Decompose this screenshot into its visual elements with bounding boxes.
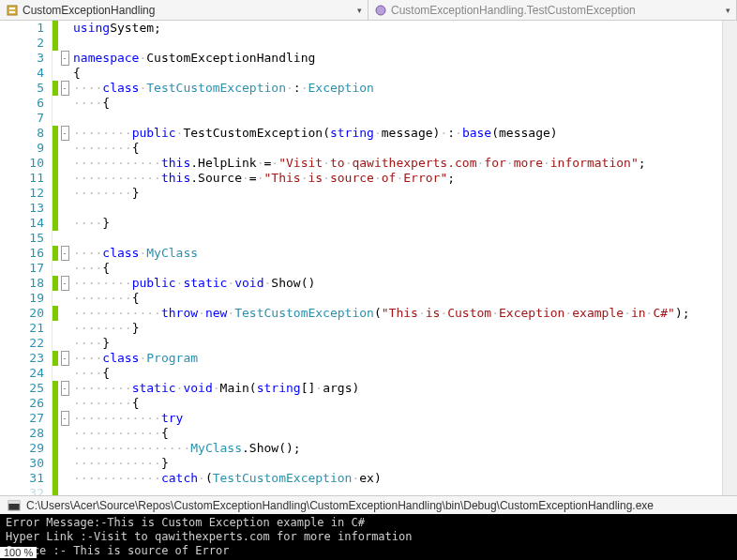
output-panel: C:\Users\Acer\Source\Repos\CustomExcepti… xyxy=(0,495,737,560)
code-line[interactable] xyxy=(73,111,722,126)
chevron-down-icon: ▾ xyxy=(726,6,730,15)
scope-selector-member[interactable]: CustomExceptionHandling.TestCustomExcept… xyxy=(368,0,737,20)
line-number: 22 xyxy=(0,336,44,351)
line-number: 24 xyxy=(0,366,44,381)
scope-member-label: CustomExceptionHandling.TestCustomExcept… xyxy=(391,4,636,17)
line-number: 17 xyxy=(0,261,44,276)
svg-rect-0 xyxy=(8,6,17,15)
zoom-level[interactable]: 100 % xyxy=(0,547,37,558)
console-output[interactable]: Error Message:-This is Custom Exception … xyxy=(0,514,737,560)
code-line[interactable]: ····{ xyxy=(73,96,722,111)
fold-toggle[interactable]: - xyxy=(61,351,69,366)
navigation-bar: CustomExceptionHandling ▾ CustomExceptio… xyxy=(0,0,737,21)
fold-toggle[interactable]: - xyxy=(61,51,69,66)
code-line[interactable]: ············} xyxy=(73,456,722,471)
line-number: 3 xyxy=(0,51,44,66)
svg-point-3 xyxy=(376,6,385,15)
code-line[interactable]: { xyxy=(73,66,722,81)
code-line[interactable]: ············catch·(TestCustomException·e… xyxy=(73,471,722,486)
code-line[interactable]: ····class·TestCustomException·:·Exceptio… xyxy=(73,81,722,96)
code-line[interactable]: ············this.Source·=·"This·is·sourc… xyxy=(73,171,722,186)
code-line[interactable]: namespace·CustomExceptionHandling xyxy=(73,51,722,66)
code-line[interactable]: ········{ xyxy=(73,291,722,306)
code-line[interactable] xyxy=(73,201,722,216)
line-number: 26 xyxy=(0,396,44,411)
line-number: 14 xyxy=(0,216,44,231)
line-number: 15 xyxy=(0,231,44,246)
code-line[interactable]: ········public·TestCustomException(strin… xyxy=(73,126,722,141)
scope-selector-type[interactable]: CustomExceptionHandling ▾ xyxy=(0,0,368,20)
code-line[interactable] xyxy=(73,231,722,246)
code-editor[interactable]: 1234567891011121314151617181920212223242… xyxy=(0,21,737,495)
line-number: 23 xyxy=(0,351,44,366)
svg-rect-2 xyxy=(9,11,15,13)
line-number: 20 xyxy=(0,306,44,321)
line-number: 25 xyxy=(0,381,44,396)
console-title-bar[interactable]: C:\Users\Acer\Source\Repos\CustomExcepti… xyxy=(0,495,737,514)
svg-rect-1 xyxy=(9,8,15,9)
line-number: 18 xyxy=(0,276,44,291)
line-number: 28 xyxy=(0,426,44,441)
code-line[interactable]: ····class·Program xyxy=(73,351,722,366)
code-line[interactable]: usingSystem; xyxy=(73,21,722,36)
vertical-scrollbar[interactable] xyxy=(722,21,737,495)
fold-toggle[interactable]: - xyxy=(61,381,69,396)
line-number: 6 xyxy=(0,96,44,111)
line-number: 31 xyxy=(0,471,44,486)
code-line[interactable]: ········} xyxy=(73,321,722,336)
line-number: 16 xyxy=(0,246,44,261)
fold-column[interactable]: -------- xyxy=(58,21,71,495)
code-line[interactable]: ········public·static·void·Show() xyxy=(73,276,722,291)
code-line[interactable]: ····{ xyxy=(73,261,722,276)
fold-toggle[interactable]: - xyxy=(61,126,69,141)
code-line[interactable]: ········static·void·Main(string[]·args) xyxy=(73,381,722,396)
code-line[interactable]: ············throw·new·TestCustomExceptio… xyxy=(73,306,722,321)
code-line[interactable]: ········{ xyxy=(73,141,722,156)
line-number: 19 xyxy=(0,291,44,306)
line-number: 30 xyxy=(0,456,44,471)
code-line[interactable]: ········{ xyxy=(73,396,722,411)
fold-toggle[interactable]: - xyxy=(61,276,69,291)
code-line[interactable] xyxy=(73,36,722,51)
line-number: 7 xyxy=(0,111,44,126)
console-path: C:\Users\Acer\Source\Repos\CustomExcepti… xyxy=(26,499,654,512)
svg-rect-5 xyxy=(8,501,20,504)
code-line[interactable]: ········} xyxy=(73,186,722,201)
fold-toggle[interactable]: - xyxy=(61,411,69,426)
line-number: 21 xyxy=(0,321,44,336)
line-number: 2 xyxy=(0,36,44,51)
line-number: 29 xyxy=(0,441,44,456)
code-content[interactable]: usingSystem;namespace·CustomExceptionHan… xyxy=(71,21,722,495)
line-number-gutter: 1234567891011121314151617181920212223242… xyxy=(0,21,53,495)
code-line[interactable] xyxy=(73,486,722,495)
fold-toggle[interactable]: - xyxy=(61,81,69,96)
code-line[interactable]: ····} xyxy=(73,336,722,351)
line-number: 4 xyxy=(0,66,44,81)
code-line[interactable]: ····class·MyClass xyxy=(73,246,722,261)
code-line[interactable]: ············this.HelpLink·=·"Visit·to·qa… xyxy=(73,156,722,171)
class-icon xyxy=(6,4,19,17)
code-line[interactable]: ····} xyxy=(73,216,722,231)
line-number: 27 xyxy=(0,411,44,426)
line-number: 12 xyxy=(0,186,44,201)
line-number: 11 xyxy=(0,171,44,186)
line-number: 1 xyxy=(0,21,44,36)
method-icon xyxy=(374,4,387,17)
code-line[interactable]: ············{ xyxy=(73,426,722,441)
line-number: 10 xyxy=(0,156,44,171)
code-line[interactable]: ············try xyxy=(73,411,722,426)
line-number: 9 xyxy=(0,141,44,156)
fold-toggle[interactable]: - xyxy=(61,246,69,261)
line-number: 32 xyxy=(0,486,44,495)
console-lines: Error Message:-This is Custom Exception … xyxy=(6,516,731,558)
line-number: 13 xyxy=(0,201,44,216)
line-number: 8 xyxy=(0,126,44,141)
line-number: 5 xyxy=(0,81,44,96)
code-line[interactable]: ················MyClass.Show(); xyxy=(73,441,722,456)
chevron-down-icon: ▾ xyxy=(357,6,362,15)
console-icon xyxy=(8,499,21,512)
scope-type-label: CustomExceptionHandling xyxy=(23,4,155,17)
code-line[interactable]: ····{ xyxy=(73,366,722,381)
